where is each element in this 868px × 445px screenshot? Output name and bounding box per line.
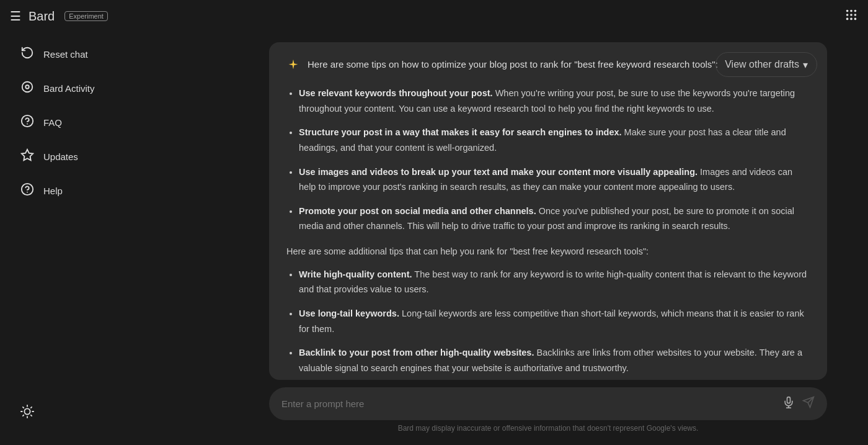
svg-line-20: [31, 415, 32, 416]
svg-line-24: [31, 407, 32, 408]
reset-chat-icon: [20, 46, 35, 63]
topbar-left: ☰ Bard Experiment: [10, 9, 108, 24]
sidebar-item-updates-label: Updates: [43, 151, 78, 162]
input-area: Bard may display inaccurate or offensive…: [269, 387, 827, 445]
sidebar-item-faq[interactable]: FAQ: [7, 107, 221, 138]
sidebar-bottom: [0, 396, 228, 440]
bullet-bold: Use relevant keywords throughout your po…: [299, 88, 493, 98]
prompt-input[interactable]: [281, 398, 775, 409]
svg-point-7: [850, 17, 852, 20]
svg-point-2: [854, 9, 857, 12]
faq-icon: [20, 114, 35, 131]
svg-line-23: [23, 415, 24, 416]
svg-point-16: [24, 408, 30, 414]
list-item: Backlink to your post from other high-qu…: [299, 345, 810, 375]
sidebar-item-updates[interactable]: Updates: [7, 141, 221, 173]
help-icon: [20, 182, 35, 199]
bullet-bold: Write high-quality content.: [299, 269, 412, 279]
bard-activity-icon: [20, 80, 35, 97]
response-body: Use relevant keywords throughout your po…: [286, 86, 810, 380]
svg-point-8: [854, 17, 857, 20]
bullet-list-1: Use relevant keywords throughout your po…: [286, 86, 810, 234]
sidebar-item-faq-label: FAQ: [43, 117, 62, 128]
content-area: View other drafts ▾ Here are some tips o…: [228, 32, 868, 445]
sidebar-item-bard-activity-label: Bard Activity: [43, 83, 95, 94]
list-item: Use relevant keywords throughout your po…: [299, 86, 810, 116]
sidebar-item-reset-chat-label: Reset chat: [43, 49, 88, 60]
bullet-bold: Use images and videos to break up your t…: [299, 167, 698, 177]
svg-point-9: [22, 82, 33, 92]
menu-icon[interactable]: ☰: [10, 9, 21, 24]
list-item: Use long-tail keywords. Long-tail keywor…: [299, 306, 810, 336]
svg-point-3: [846, 14, 849, 16]
view-drafts-label: View other drafts: [725, 59, 799, 70]
svg-point-10: [25, 85, 29, 89]
svg-point-5: [854, 14, 857, 16]
svg-point-1: [850, 9, 852, 12]
svg-point-4: [850, 14, 852, 16]
sidebar-item-bard-activity[interactable]: Bard Activity: [7, 73, 221, 104]
additional-intro: Here are some additional tips that can h…: [286, 244, 810, 259]
bullet-bold: Structure your post in a way that makes …: [299, 127, 622, 137]
svg-line-19: [23, 407, 24, 408]
svg-point-6: [846, 17, 849, 20]
response-intro: Here are some tips on how to optimize yo…: [308, 57, 718, 72]
chevron-down-icon: ▾: [803, 59, 808, 71]
bard-sparkle-icon: [286, 58, 300, 76]
sidebar-item-help-label: Help: [43, 186, 63, 196]
send-icon[interactable]: [802, 396, 815, 411]
main-layout: Reset chat Bard Activity FAQ: [0, 32, 868, 445]
experiment-badge: Experiment: [64, 11, 108, 21]
response-card: View other drafts ▾ Here are some tips o…: [269, 42, 827, 380]
topbar: ☰ Bard Experiment: [0, 0, 868, 32]
bard-logo: Bard: [29, 9, 55, 24]
bullet-list-2: Write high-quality content. The best way…: [286, 267, 810, 380]
svg-marker-13: [22, 150, 33, 160]
svg-rect-29: [787, 397, 790, 403]
list-item: Write high-quality content. The best way…: [299, 267, 810, 297]
svg-point-0: [846, 9, 849, 12]
view-other-drafts-button[interactable]: View other drafts ▾: [715, 52, 817, 77]
sidebar: Reset chat Bard Activity FAQ: [0, 32, 228, 445]
sidebar-item-help[interactable]: Help: [7, 175, 221, 207]
sidebar-item-theme[interactable]: [7, 397, 221, 429]
input-wrapper: [269, 387, 827, 420]
updates-icon: [20, 148, 35, 165]
list-item: Structure your post in a way that makes …: [299, 125, 810, 155]
bullet-bold: Promote your post on social media and ot…: [299, 206, 536, 216]
sidebar-item-reset-chat[interactable]: Reset chat: [7, 38, 221, 70]
bullet-bold: Backlink to your post from other high-qu…: [299, 348, 534, 357]
disclaimer: Bard may display inaccurate or offensive…: [269, 424, 827, 440]
list-item: Use images and videos to break up your t…: [299, 164, 810, 195]
mic-icon[interactable]: [782, 396, 795, 411]
bullet-bold: Use long-tail keywords.: [299, 308, 399, 318]
theme-icon: [20, 405, 35, 421]
chat-container: View other drafts ▾ Here are some tips o…: [269, 42, 827, 445]
list-item: Promote your post on social media and ot…: [299, 204, 810, 234]
apps-icon[interactable]: [844, 8, 858, 25]
